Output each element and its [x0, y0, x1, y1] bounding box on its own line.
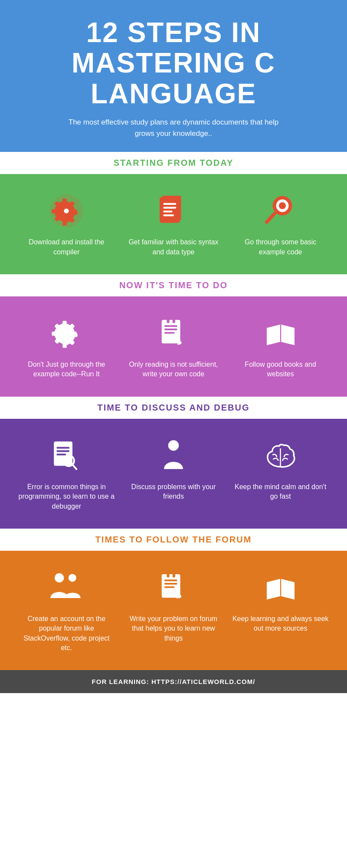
svg-rect-18: [164, 325, 177, 327]
step-item: Follow good books and websites: [232, 314, 329, 379]
people-icon: [47, 568, 86, 607]
header-subtitle: The most effective study plans are dynam…: [65, 117, 282, 139]
gear-icon: [47, 191, 86, 230]
svg-point-34: [55, 573, 64, 582]
step-text: Go through some basic example code: [232, 237, 329, 257]
notepad-pen-icon: [154, 314, 193, 353]
step-text: Keep learning and always seek out more s…: [232, 614, 329, 634]
svg-rect-10: [163, 207, 176, 209]
step-item: Write your problem on forum that helps y…: [125, 568, 222, 643]
step-item: Keep the mind calm and don't go fast: [232, 436, 329, 502]
document-search-icon: [47, 436, 86, 475]
notepad-pen2-icon: [154, 568, 193, 607]
step-text: Only reading is not sufficient, write yo…: [125, 360, 222, 379]
svg-rect-29: [57, 454, 66, 455]
search-icon: [261, 191, 300, 230]
section-banner-time-to-do: Now It's Time To Do: [0, 274, 347, 296]
step-text: Error is common things in programming, s…: [18, 482, 115, 511]
section-content-discuss-debug: Error is common things in programming, s…: [0, 419, 347, 529]
section-content-starting: Download and install the compiler: [0, 174, 347, 274]
step-item: Go through some basic example code: [232, 191, 329, 257]
book2-icon: [261, 568, 300, 607]
svg-point-33: [168, 440, 179, 451]
step-text: Follow good books and websites: [232, 360, 329, 379]
svg-rect-39: [164, 586, 174, 588]
section-banner-discuss-debug: Time To Discuss And Debug: [0, 397, 347, 419]
svg-rect-11: [163, 210, 172, 212]
svg-line-16: [267, 214, 275, 222]
svg-rect-28: [57, 450, 70, 452]
svg-rect-19: [164, 329, 177, 330]
person-icon: [154, 436, 193, 475]
step-text: Get familiar with basic syntax and data …: [125, 237, 222, 257]
section-starting: Starting From Today Download and install…: [0, 152, 347, 274]
svg-rect-21: [167, 318, 169, 323]
svg-rect-20: [164, 332, 174, 334]
section-content-time-to-do: Don't Just go through the example code--…: [0, 296, 347, 397]
step-text: Write your problem on forum that helps y…: [125, 614, 222, 643]
page-footer: FOR LEARNING: HTTPS://ATICLEWORLD.COM/: [0, 670, 347, 693]
page-header: 12 Steps in Mastering C Language The mos…: [0, 0, 347, 152]
book-icon: [261, 314, 300, 353]
gear-outline-icon: [47, 314, 86, 353]
svg-rect-27: [57, 447, 70, 449]
section-follow-forum: Times To Follow The Forum Create an acco…: [0, 529, 347, 671]
step-item: Only reading is not sufficient, write yo…: [125, 314, 222, 379]
svg-rect-9: [163, 203, 176, 205]
step-text: Don't Just go through the example code--…: [18, 360, 115, 379]
step-text: Download and install the compiler: [18, 237, 115, 257]
section-content-follow-forum: Create an account on the popular forum l…: [0, 551, 347, 671]
step-text: Keep the mind calm and don't go fast: [232, 482, 329, 502]
step-text: Create an account on the popular forum l…: [18, 614, 115, 653]
svg-rect-38: [164, 583, 177, 585]
section-discuss-debug: Time To Discuss And Debug Error is commo…: [0, 397, 347, 529]
svg-rect-22: [173, 318, 175, 323]
step-item: Keep learning and always seek out more s…: [232, 568, 329, 634]
page-title: 12 Steps in Mastering C Language: [26, 17, 321, 109]
svg-rect-37: [164, 579, 177, 581]
section-time-to-do: Now It's Time To Do Don't Just go throug…: [0, 274, 347, 397]
svg-point-35: [69, 574, 76, 582]
step-item: Create an account on the popular forum l…: [18, 568, 115, 653]
section-banner-starting: Starting From Today: [0, 152, 347, 174]
step-text: Discuss problems with your friends: [125, 482, 222, 502]
step-item: Error is common things in programming, s…: [18, 436, 115, 511]
svg-rect-41: [173, 572, 175, 578]
svg-point-15: [279, 202, 286, 209]
svg-rect-8: [160, 198, 179, 223]
section-banner-follow-forum: Times To Follow The Forum: [0, 529, 347, 551]
svg-rect-12: [163, 214, 174, 216]
brain-icon: [261, 436, 300, 475]
footer-text: FOR LEARNING: HTTPS://ATICLEWORLD.COM/: [92, 678, 255, 685]
svg-rect-40: [167, 572, 169, 578]
step-item: Don't Just go through the example code--…: [18, 314, 115, 379]
svg-point-2: [64, 209, 69, 214]
step-item: Discuss problems with your friends: [125, 436, 222, 502]
step-item: Get familiar with basic syntax and data …: [125, 191, 222, 257]
svg-line-32: [72, 464, 76, 469]
document-icon: [154, 191, 193, 230]
step-item: Download and install the compiler: [18, 191, 115, 257]
